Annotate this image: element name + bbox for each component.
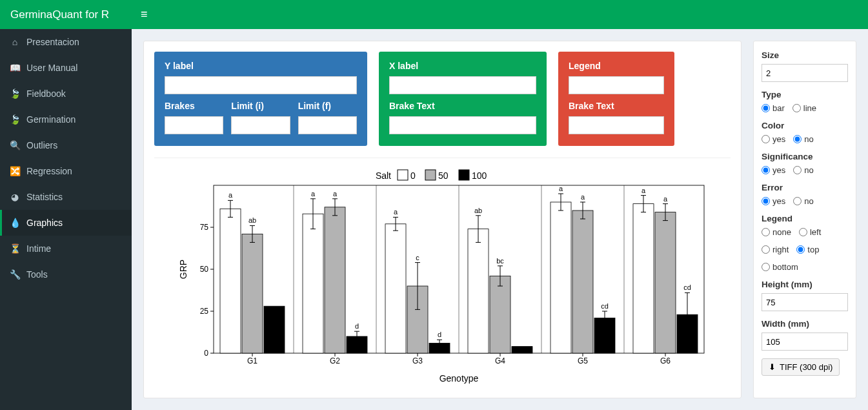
sidebar-item-regression[interactable]: 🔀Regression — [0, 158, 132, 184]
sidebar-icon: 📖 — [10, 63, 20, 73]
svg-text:G1: G1 — [247, 356, 257, 365]
limit-f-title: Limit (f) — [298, 101, 357, 111]
err-opt-radio-no[interactable] — [793, 197, 802, 205]
color-opt-yes[interactable]: yes — [762, 134, 785, 144]
sidebar-item-label: Outliers — [26, 140, 57, 150]
sidebar-icon: ⏳ — [10, 243, 20, 254]
size-label: Size — [762, 50, 848, 60]
svg-text:cd: cd — [683, 283, 691, 291]
svg-rect-90 — [572, 210, 593, 353]
height-label: Height (mm) — [762, 280, 848, 289]
sidebar-item-user-manual[interactable]: 📖User Manual — [0, 55, 132, 81]
sidebar-icon: 🔀 — [10, 166, 20, 176]
legend-opt-top[interactable]: top — [796, 245, 819, 254]
height-input[interactable] — [762, 293, 848, 311]
svg-text:75: 75 — [199, 223, 208, 232]
app-title: GerminaQuant for R — [0, 0, 132, 29]
legend-opt-left[interactable]: left — [799, 227, 821, 237]
svg-text:G2: G2 — [329, 356, 339, 365]
limit-f-input[interactable] — [298, 116, 357, 134]
svg-rect-102 — [633, 203, 654, 353]
sig-opt-radio-no[interactable] — [793, 166, 802, 174]
svg-rect-35 — [303, 214, 323, 353]
svg-text:ab: ab — [248, 216, 256, 224]
svg-text:a: a — [558, 185, 563, 192]
svg-rect-71 — [468, 229, 489, 353]
svg-text:a: a — [332, 189, 337, 197]
legend-opt-radio-right[interactable] — [762, 245, 770, 254]
color-label: Color — [762, 121, 848, 130]
sig-label: Significance — [762, 152, 848, 161]
svg-rect-5 — [459, 170, 469, 180]
size-input[interactable] — [762, 64, 848, 82]
card-ylabel: Y label Brakes Limit (i) Limit (f) — [154, 52, 367, 146]
sidebar-icon: 🔧 — [10, 269, 20, 280]
svg-text:G4: G4 — [494, 356, 505, 365]
lbrake-input[interactable] — [569, 116, 664, 134]
legend-opt-radio-none[interactable] — [762, 228, 770, 236]
sidebar-icon: 🍃 — [10, 88, 20, 99]
lbrake-title: Brake Text — [569, 101, 664, 111]
err-opt-yes[interactable]: yes — [762, 196, 785, 206]
color-opt-no[interactable]: no — [793, 134, 813, 144]
legendpos-label: Legend — [762, 214, 848, 223]
svg-text:a: a — [393, 208, 398, 216]
svg-rect-1 — [398, 170, 408, 180]
sidebar-item-germination[interactable]: 🍃Germination — [0, 107, 132, 132]
sidebar: ⌂Presentacion📖User Manual🍃Fieldbook🍃Germ… — [0, 29, 132, 410]
color-opt-radio-no[interactable] — [793, 135, 802, 143]
svg-text:cd: cd — [601, 302, 609, 310]
svg-rect-85 — [550, 202, 571, 353]
brakes-input[interactable] — [165, 116, 223, 134]
sig-opt-yes[interactable]: yes — [762, 165, 785, 175]
svg-rect-107 — [655, 212, 676, 353]
color-opt-radio-yes[interactable] — [762, 135, 770, 143]
svg-rect-81 — [512, 346, 532, 353]
svg-text:a: a — [663, 194, 667, 202]
legend-title: Legend — [569, 61, 664, 71]
sidebar-item-outliers[interactable]: 🔍Outliers — [0, 132, 132, 158]
svg-rect-76 — [490, 276, 510, 353]
width-input[interactable] — [762, 333, 848, 351]
sidebar-item-fieldbook[interactable]: 🍃Fieldbook — [0, 81, 132, 107]
legend-opt-bottom[interactable]: bottom — [762, 262, 798, 272]
type-opt-radio-line[interactable] — [792, 104, 801, 112]
legend-opt-radio-bottom[interactable] — [762, 263, 770, 271]
err-opt-no[interactable]: no — [793, 196, 813, 206]
type-opt-line[interactable]: line — [792, 103, 816, 113]
svg-text:G3: G3 — [412, 356, 422, 365]
ylabel-input[interactable] — [165, 76, 357, 94]
type-opt-bar[interactable]: bar — [762, 103, 785, 113]
legend-opt-radio-left[interactable] — [799, 228, 807, 236]
xbrake-input[interactable] — [389, 116, 536, 134]
type-opt-radio-bar[interactable] — [762, 104, 770, 112]
sidebar-item-statistics[interactable]: ◕Statistics — [0, 184, 132, 210]
ylabel-title: Y label — [165, 61, 357, 71]
sidebar-item-presentacion[interactable]: ⌂Presentacion — [0, 29, 132, 55]
legend-input[interactable] — [569, 76, 664, 94]
svg-text:G5: G5 — [577, 356, 587, 365]
sidebar-item-tools[interactable]: 🔧Tools — [0, 261, 132, 287]
sig-opt-radio-yes[interactable] — [762, 166, 770, 174]
sidebar-item-label: Fieldbook — [26, 88, 66, 99]
svg-text:c: c — [416, 253, 419, 261]
limit-i-title: Limit (i) — [231, 101, 290, 111]
xlabel-input[interactable] — [389, 76, 536, 94]
brakes-title: Brakes — [165, 101, 223, 111]
err-opt-radio-yes[interactable] — [762, 197, 770, 205]
svg-rect-21 — [220, 209, 241, 353]
sig-opt-no[interactable]: no — [793, 165, 813, 175]
sidebar-toggle-icon[interactable]: ≡ — [141, 8, 148, 21]
sidebar-item-intime[interactable]: ⏳Intime — [0, 236, 132, 261]
sidebar-item-graphics[interactable]: 💧Graphics — [0, 210, 132, 236]
svg-text:GRP: GRP — [178, 259, 188, 278]
download-button[interactable]: ⬇ TIFF (300 dpi) — [762, 358, 840, 376]
legend-opt-none[interactable]: none — [762, 227, 791, 237]
type-label: Type — [762, 90, 848, 99]
limit-i-input[interactable] — [231, 116, 290, 134]
sidebar-item-label: Intime — [26, 243, 51, 254]
legend-opt-right[interactable]: right — [762, 245, 789, 254]
legend-opt-radio-top[interactable] — [796, 245, 805, 254]
svg-text:25: 25 — [199, 307, 208, 316]
sidebar-item-label: Graphics — [26, 218, 63, 228]
